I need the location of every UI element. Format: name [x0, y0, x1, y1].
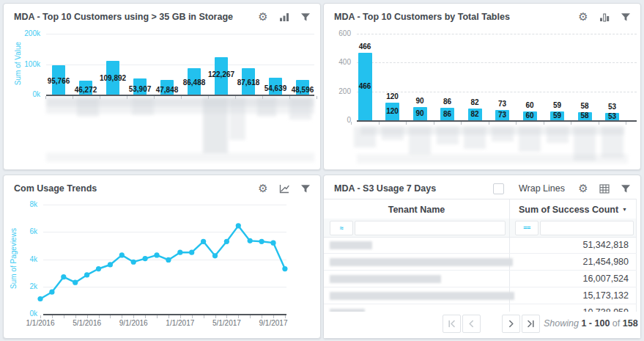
gear-icon[interactable]: ⚙ — [577, 183, 589, 194]
x-axis-date-label: 5/1/2016 — [64, 319, 111, 327]
data-point[interactable] — [84, 272, 89, 277]
data-point[interactable] — [154, 252, 159, 257]
bar-value-label-inside: 53 — [589, 112, 636, 120]
data-point[interactable] — [166, 257, 171, 263]
y-axis-tick-label: 400 — [319, 59, 351, 66]
x-axis-tick — [599, 122, 599, 125]
last-page-button[interactable] — [522, 315, 540, 333]
storage-bar-chart: 0k100k200k95,76646,272109,89253,90747,84… — [4, 4, 320, 169]
table-body: 51,342,81821,454,98016,007,52415,173,132… — [324, 237, 637, 312]
first-page-button[interactable] — [443, 315, 461, 333]
data-point[interactable] — [96, 266, 101, 271]
table-row[interactable]: 15,173,132 — [324, 287, 637, 304]
gridline — [46, 34, 314, 34]
previous-page-button[interactable] — [462, 315, 481, 333]
x-axis-tick — [145, 315, 146, 318]
gridline — [357, 34, 637, 34]
x-axis-tick — [285, 315, 286, 318]
table-row[interactable]: 51,342,818 — [324, 237, 637, 254]
y-axis-tick-label: 600 — [319, 30, 351, 37]
x-axis-line — [357, 120, 637, 122]
usage-line-chart: 0k2k4k6k8k1/1/20165/1/20169/1/20161/1/20… — [4, 175, 320, 338]
redacted-category-label — [574, 127, 596, 161]
panel-tables-chart: MDA - Top 10 Customers by Total Tables ⚙… — [323, 3, 641, 170]
x-axis-tick — [52, 315, 53, 318]
tenant-filter-input[interactable] — [355, 221, 506, 235]
bar-value-label: 86,488 — [171, 78, 218, 87]
x-axis-tick — [238, 315, 239, 318]
data-point[interactable] — [189, 250, 194, 255]
x-axis-date-label: 9/1/2016 — [110, 319, 157, 327]
data-point[interactable] — [73, 280, 78, 285]
wrap-lines-label: Wrap Lines — [519, 183, 565, 194]
redacted-category-label — [354, 127, 376, 147]
next-page-button[interactable] — [502, 315, 520, 333]
redacted-category-label — [547, 127, 569, 143]
bar-value-label-inside: 466 — [341, 82, 388, 90]
data-point[interactable] — [248, 238, 253, 243]
data-point[interactable] — [177, 250, 182, 255]
table-row[interactable]: 16,007,524 — [324, 271, 637, 287]
x-axis-tick — [192, 315, 193, 318]
x-axis-tick — [379, 122, 380, 125]
data-point[interactable] — [49, 290, 54, 295]
table-row[interactable]: 21,454,980 — [324, 254, 637, 271]
gridline — [357, 62, 637, 63]
data-point[interactable] — [119, 252, 125, 257]
count-filter-operator[interactable]: == — [515, 221, 538, 235]
bar-value-label: 109,892 — [89, 74, 136, 82]
table-grid-icon[interactable] — [599, 183, 610, 194]
redacted-category-label — [257, 98, 276, 117]
data-point[interactable] — [143, 256, 148, 261]
x-axis-tick — [516, 122, 517, 125]
x-axis-tick — [406, 122, 407, 125]
panel-usage-chart: Com Usage Trends ⚙ Sum of Pageviews 0k2k… — [3, 175, 321, 339]
x-axis-tick — [226, 315, 227, 318]
wrap-lines-checkbox[interactable] — [493, 183, 504, 194]
data-point[interactable] — [201, 239, 206, 244]
column-header-tenant-name[interactable]: Tenant Name — [324, 199, 509, 219]
success-count-value: 16,007,524 — [582, 274, 629, 284]
x-axis-tick — [626, 122, 626, 125]
table-row[interactable]: 10,738,959 — [324, 304, 637, 312]
x-axis-tick — [351, 122, 352, 125]
showing-status: Showing 1 - 100 of 158 — [544, 318, 638, 329]
data-point[interactable] — [236, 223, 241, 228]
redacted-tenant-name — [330, 275, 441, 283]
redacted-category-label — [492, 127, 514, 142]
data-point[interactable] — [270, 241, 275, 246]
trend-line — [40, 226, 285, 299]
page-number-button[interactable]: 1 — [482, 315, 499, 331]
x-axis-tick — [133, 315, 134, 318]
redacted-category-label — [602, 127, 623, 158]
data-point[interactable] — [259, 239, 264, 244]
x-axis-tick — [250, 315, 251, 318]
gridline — [46, 65, 314, 65]
data-point[interactable] — [224, 239, 229, 244]
data-point[interactable] — [131, 260, 136, 265]
column-header-success-count[interactable]: Sum of Success Count ▼ — [509, 199, 637, 219]
x-axis-tick — [461, 122, 462, 125]
count-filter-input[interactable] — [540, 221, 634, 235]
x-axis-tick — [215, 315, 216, 318]
data-point[interactable] — [212, 253, 218, 258]
x-axis-tick — [169, 315, 169, 318]
redacted-category-label — [437, 127, 459, 144]
data-point[interactable] — [282, 266, 287, 271]
data-point[interactable] — [61, 274, 66, 279]
x-axis-tick — [273, 315, 274, 318]
redacted-tenant-name — [330, 241, 372, 249]
x-axis-tick — [87, 315, 88, 318]
panel-storage-chart: MDA - Top 10 Customers using > 35 GB in … — [3, 3, 321, 170]
x-axis-tick — [122, 315, 122, 318]
pagination-bar: 1 Showing 1 - 100 of 158 — [324, 312, 640, 338]
tenant-filter-operator[interactable]: ≈ — [330, 221, 353, 235]
filter-icon[interactable] — [620, 183, 632, 194]
data-point[interactable] — [108, 262, 113, 267]
redacted-category-label — [464, 127, 486, 149]
x-axis-tick — [317, 96, 317, 99]
redacted-category-label — [77, 98, 99, 117]
redacted-tenant-name — [330, 258, 513, 266]
y-axis-tick-label: 100k — [8, 61, 40, 68]
data-point[interactable] — [37, 296, 42, 301]
